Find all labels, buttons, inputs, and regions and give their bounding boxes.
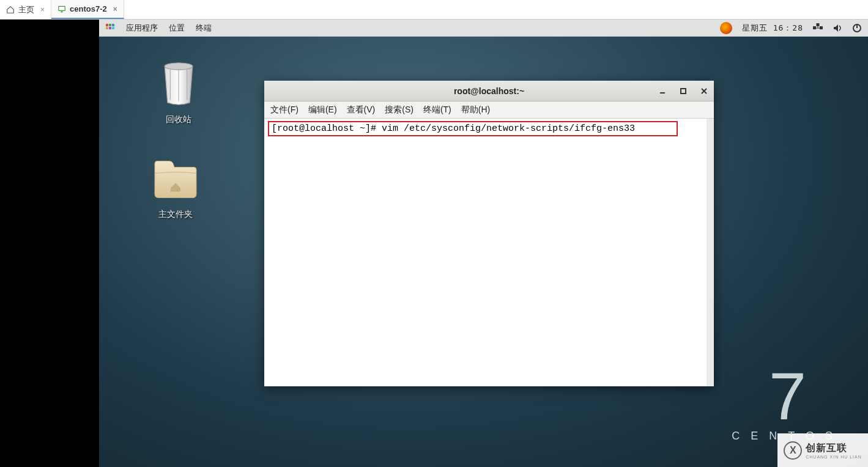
clock[interactable]: 星期五 16：28: [742, 23, 803, 34]
main-area: 应用程序 位置 终端 星期五 16：28 回收站: [0, 20, 868, 467]
gnome-menu-places[interactable]: 位置: [169, 23, 185, 34]
power-icon[interactable]: [852, 23, 862, 33]
desktop-icon-home-folder[interactable]: 主文件夹: [139, 157, 212, 220]
centos-version-number: 7: [732, 362, 844, 430]
maximize-button[interactable]: [678, 86, 688, 96]
minimize-button[interactable]: [658, 86, 667, 96]
watermark-text: 创新互联: [806, 442, 862, 455]
terminal-scrollbar[interactable]: [707, 119, 714, 386]
svg-rect-0: [59, 6, 65, 10]
svg-rect-4: [106, 27, 108, 29]
watermark-subtext: CHUANG XIN HU LIAN: [806, 455, 862, 459]
gnome-status-area: 星期五 16：28: [720, 22, 862, 34]
svg-rect-12: [681, 89, 686, 94]
terminal-menu-terminal[interactable]: 终端(T): [423, 105, 451, 116]
terminal-menu-edit[interactable]: 编辑(E): [308, 105, 337, 116]
folder-home-icon: [151, 157, 200, 203]
tab-home-close[interactable]: ×: [40, 6, 45, 14]
terminal-title: root@localhost:~: [454, 86, 524, 96]
svg-rect-3: [112, 24, 114, 26]
svg-rect-1: [106, 24, 108, 26]
terminal-prompt: [root@localhost ~]#: [272, 123, 376, 134]
desktop-icon-trash[interactable]: 回收站: [142, 59, 215, 125]
svg-rect-9: [817, 23, 820, 26]
svg-rect-6: [112, 27, 114, 29]
watermark-logo: X: [784, 441, 802, 460]
firefox-icon[interactable]: [720, 22, 732, 34]
centos-branding: 7 CENTOS: [732, 362, 844, 443]
svg-point-11: [165, 63, 193, 70]
terminal-menu-help[interactable]: 帮助(H): [461, 105, 490, 116]
terminal-body[interactable]: [root@localhost ~]# vim /etc/sysconfig/n…: [264, 119, 714, 386]
watermark: X 创新互联 CHUANG XIN HU LIAN: [777, 433, 868, 467]
vm-tabs-bar: 主页 × centos7-2 ×: [0, 0, 868, 20]
trash-label: 回收站: [142, 114, 215, 125]
home-icon: [6, 6, 15, 14]
terminal-command-line: [root@localhost ~]# vim /etc/sysconfig/n…: [268, 121, 678, 136]
window-controls: [658, 81, 709, 101]
tab-vm-label: centos7-2: [70, 4, 107, 13]
network-icon[interactable]: [813, 23, 823, 33]
terminal-command-text: vim /etc/sysconfig/network-scripts/ifcfg…: [382, 123, 635, 134]
home-folder-label: 主文件夹: [139, 209, 212, 220]
apps-grid-icon: [105, 23, 115, 33]
trash-icon: [157, 59, 200, 108]
terminal-menu-bar: 文件(F) 编辑(E) 查看(V) 搜索(S) 终端(T) 帮助(H): [264, 101, 714, 119]
guest-desktop[interactable]: 应用程序 位置 终端 星期五 16：28 回收站: [99, 20, 868, 467]
vm-black-sidebar: [0, 20, 99, 467]
tab-vm-close[interactable]: ×: [113, 5, 117, 13]
terminal-menu-file[interactable]: 文件(F): [270, 105, 299, 116]
gnome-menu-applications[interactable]: 应用程序: [126, 23, 158, 34]
monitor-icon: [57, 5, 66, 13]
terminal-window[interactable]: root@localhost:~ 文件(F) 编辑(E) 查看(V): [264, 81, 714, 386]
close-icon: [700, 87, 708, 95]
tab-vm-centos[interactable]: centos7-2 ×: [51, 0, 124, 19]
terminal-title-bar[interactable]: root@localhost:~: [264, 81, 714, 101]
svg-rect-2: [109, 24, 111, 26]
gnome-menu-terminal[interactable]: 终端: [196, 23, 212, 34]
maximize-icon: [680, 87, 687, 95]
terminal-menu-view[interactable]: 查看(V): [347, 105, 376, 116]
minimize-icon: [659, 87, 666, 95]
tab-home-label: 主页: [18, 4, 34, 15]
terminal-menu-search[interactable]: 搜索(S): [385, 105, 414, 116]
tab-home[interactable]: 主页 ×: [0, 0, 51, 19]
svg-rect-5: [109, 27, 111, 29]
gnome-top-bar: 应用程序 位置 终端 星期五 16：28: [99, 20, 868, 37]
volume-icon[interactable]: [833, 23, 842, 33]
close-button[interactable]: [699, 86, 709, 96]
